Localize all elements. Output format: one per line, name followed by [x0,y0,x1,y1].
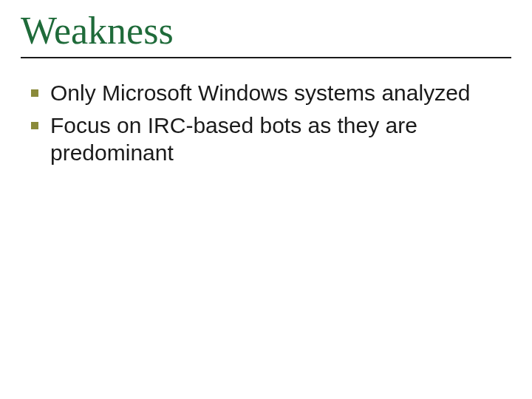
bullet-text: Only Microsoft Windows systems analyzed [50,81,471,105]
slide-title: Weakness [21,9,511,52]
title-container: Weakness [21,9,511,58]
square-bullet-icon [31,122,38,129]
list-item: Only Microsoft Windows systems analyzed [28,79,511,107]
slide: Weakness Only Microsoft Windows systems … [0,0,532,399]
bullet-list: Only Microsoft Windows systems analyzed … [21,79,511,167]
square-bullet-icon [31,89,38,97]
list-item: Focus on IRC-based bots as they are pred… [28,112,511,167]
bullet-text: Focus on IRC-based bots as they are pred… [50,113,417,166]
